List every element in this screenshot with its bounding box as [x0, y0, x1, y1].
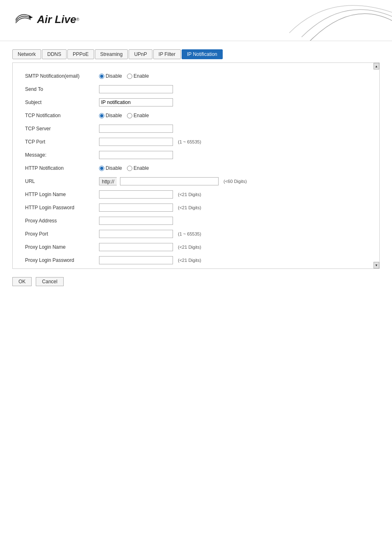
- tcp-enable-radio[interactable]: [127, 113, 132, 118]
- proxy-login-password-input[interactable]: [99, 256, 173, 264]
- smtp-disable-radio[interactable]: [99, 74, 104, 79]
- proxy-login-password-hint: (<21 Digits): [178, 258, 201, 263]
- tcp-server-label: TCP Server: [25, 126, 99, 132]
- http-login-name-label: HTTP Login Name: [25, 192, 99, 197]
- smtp-enable-option[interactable]: Enable: [127, 73, 149, 79]
- http-login-password-input[interactable]: [99, 204, 173, 212]
- http-enable-radio[interactable]: [127, 166, 132, 171]
- subject-control: [99, 98, 173, 106]
- proxy-login-password-row: Proxy Login Password (<21 Digits): [25, 255, 367, 265]
- http-login-name-input[interactable]: [99, 190, 173, 199]
- message-label: Message:: [25, 152, 99, 158]
- tab-ipnotification[interactable]: IP Notification: [182, 49, 223, 59]
- http-disable-option[interactable]: Disable: [99, 165, 122, 171]
- http-login-name-hint: (<21 Digits): [178, 192, 201, 197]
- logo-reg: ®: [76, 17, 79, 22]
- smtp-disable-label: Disable: [106, 73, 122, 79]
- proxy-login-name-label: Proxy Login Name: [25, 244, 99, 250]
- url-row: URL http:// (<60 Digits): [25, 176, 367, 186]
- header: Air Live®: [0, 0, 392, 41]
- smtp-notification-row: SMTP Notification(email) Disable Enable: [25, 71, 367, 81]
- url-control: http:// (<60 Digits): [99, 177, 247, 185]
- subject-input[interactable]: [99, 98, 173, 106]
- nav-tabs: Network DDNS PPPoE Streaming UPnP IP Fil…: [0, 44, 392, 59]
- tcp-notification-control: Disable Enable: [99, 113, 149, 118]
- scroll-area[interactable]: SMTP Notification(email) Disable Enable …: [13, 63, 379, 268]
- tcp-server-row: TCP Server: [25, 124, 367, 134]
- tcp-port-control: (1 ~ 65535): [99, 138, 201, 146]
- proxy-address-label: Proxy Address: [25, 218, 99, 224]
- http-notification-row: HTTP Notification Disable Enable: [25, 163, 367, 173]
- proxy-port-row: Proxy Port (1 ~ 65535): [25, 229, 367, 239]
- subject-label: Subject: [25, 99, 99, 105]
- message-control: [99, 151, 173, 159]
- tab-pppoe[interactable]: PPPoE: [67, 49, 94, 59]
- cancel-button[interactable]: Cancel: [36, 277, 63, 286]
- proxy-address-input[interactable]: [99, 217, 173, 225]
- http-login-password-label: HTTP Login Password: [25, 205, 99, 210]
- message-input[interactable]: [99, 151, 173, 159]
- logo-icon: [12, 8, 37, 31]
- url-label: URL: [25, 178, 99, 184]
- url-hint: (<60 Digits): [224, 179, 247, 184]
- http-enable-option[interactable]: Enable: [127, 165, 149, 171]
- http-notification-control: Disable Enable: [99, 165, 149, 171]
- tcp-port-label: TCP Port: [25, 139, 99, 145]
- tab-upnp[interactable]: UPnP: [129, 49, 152, 59]
- http-notification-label: HTTP Notification: [25, 165, 99, 171]
- message-row: Message:: [25, 150, 367, 160]
- proxy-port-control: (1 ~ 65535): [99, 230, 201, 238]
- proxy-login-name-hint: (<21 Digits): [178, 245, 201, 250]
- proxy-login-name-row: Proxy Login Name (<21 Digits): [25, 242, 367, 252]
- url-prefix: http://: [99, 177, 117, 185]
- logo-text: Air Live: [37, 13, 76, 25]
- subject-row: Subject: [25, 97, 367, 107]
- tcp-notification-row: TCP Notification Disable Enable: [25, 111, 367, 120]
- tab-streaming[interactable]: Streaming: [95, 49, 128, 59]
- smtp-enable-label: Enable: [134, 73, 149, 79]
- http-disable-label: Disable: [106, 165, 122, 171]
- button-row: OK Cancel: [12, 277, 380, 286]
- tcp-server-input[interactable]: [99, 125, 173, 133]
- smtp-enable-radio[interactable]: [127, 74, 132, 79]
- http-login-password-control: (<21 Digits): [99, 204, 201, 212]
- proxy-port-input[interactable]: [99, 230, 173, 238]
- smtp-disable-option[interactable]: Disable: [99, 73, 122, 79]
- tcp-disable-radio[interactable]: [99, 113, 104, 118]
- tab-ipfilter[interactable]: IP Filter: [153, 49, 181, 59]
- proxy-login-name-input[interactable]: [99, 243, 173, 251]
- ok-button[interactable]: OK: [12, 277, 32, 286]
- scroll-down-button[interactable]: ▼: [374, 262, 379, 268]
- proxy-login-password-control: (<21 Digits): [99, 256, 201, 264]
- main-content: ▲ SMTP Notification(email) Disable Enabl…: [12, 62, 380, 269]
- http-login-name-control: (<21 Digits): [99, 190, 201, 199]
- scroll-up-button[interactable]: ▲: [374, 63, 379, 69]
- smtp-notification-label: SMTP Notification(email): [25, 73, 99, 79]
- tcp-server-control: [99, 125, 173, 133]
- tcp-port-input[interactable]: [99, 138, 173, 146]
- smtp-notification-control: Disable Enable: [99, 73, 149, 79]
- proxy-port-label: Proxy Port: [25, 231, 99, 237]
- url-input[interactable]: [120, 177, 219, 185]
- send-to-label: Send To: [25, 86, 99, 92]
- http-enable-label: Enable: [134, 165, 149, 171]
- proxy-port-hint: (1 ~ 65535): [178, 231, 201, 236]
- tcp-notification-label: TCP Notification: [25, 113, 99, 118]
- http-login-name-row: HTTP Login Name (<21 Digits): [25, 190, 367, 199]
- tab-ddns[interactable]: DDNS: [42, 49, 67, 59]
- send-to-control: [99, 85, 173, 93]
- proxy-login-name-control: (<21 Digits): [99, 243, 201, 251]
- tcp-disable-label: Disable: [106, 113, 122, 118]
- tcp-enable-label: Enable: [134, 113, 149, 118]
- tcp-disable-option[interactable]: Disable: [99, 113, 122, 118]
- header-decoration: [228, 0, 392, 41]
- send-to-input[interactable]: [99, 85, 173, 93]
- tab-network[interactable]: Network: [12, 49, 41, 59]
- proxy-address-row: Proxy Address: [25, 216, 367, 226]
- tcp-port-row: TCP Port (1 ~ 65535): [25, 137, 367, 147]
- tcp-port-hint: (1 ~ 65535): [178, 139, 201, 144]
- tcp-enable-option[interactable]: Enable: [127, 113, 149, 118]
- send-to-row: Send To: [25, 84, 367, 94]
- proxy-address-control: [99, 217, 173, 225]
- http-disable-radio[interactable]: [99, 166, 104, 171]
